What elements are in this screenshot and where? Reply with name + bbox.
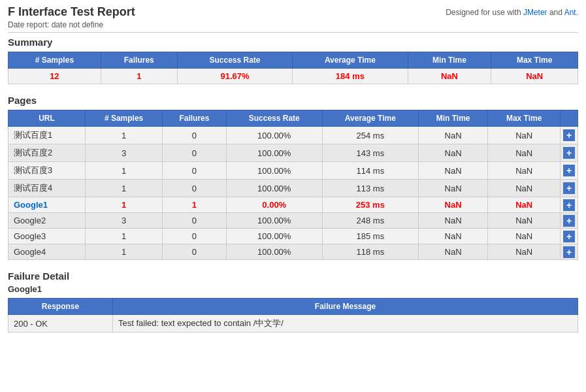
expand-button[interactable]: + <box>563 129 575 141</box>
pages-col-min-time: Min Time <box>418 110 487 127</box>
report-subtitle: Date report: date not define <box>8 20 135 29</box>
row-failures: 0 <box>163 213 227 229</box>
expand-cell[interactable]: + <box>561 127 578 144</box>
row-failures: 0 <box>163 180 227 197</box>
col-min-time: Min Time <box>408 52 491 69</box>
failure-header-row: Response Failure Message <box>8 299 578 315</box>
designed-for-text: Designed for use with JMeter and Ant. <box>446 8 578 17</box>
pages-col-max-time: Max Time <box>488 110 561 127</box>
pages-col-success-rate: Success Rate <box>226 110 322 127</box>
row-max-time: NaN <box>488 197 561 213</box>
expand-cell[interactable]: + <box>561 162 578 180</box>
failure-response: 200 - OK <box>8 315 113 333</box>
row-min-time: NaN <box>418 144 487 162</box>
row-min-time: NaN <box>418 229 487 244</box>
row-avg-time: 248 ms <box>322 213 418 229</box>
expand-cell[interactable]: + <box>561 197 578 213</box>
row-min-time: NaN <box>418 244 487 260</box>
row-avg-time: 185 ms <box>322 229 418 244</box>
row-success-rate: 0.00% <box>226 197 322 213</box>
row-url: 测试百度2 <box>8 144 86 162</box>
designed-for-label: Designed for use with <box>446 8 523 17</box>
failure-col-message: Failure Message <box>113 299 578 315</box>
expand-button[interactable]: + <box>563 147 575 159</box>
summary-success-rate: 91.67% <box>177 69 292 84</box>
row-avg-time: 254 ms <box>322 127 418 144</box>
table-row: 测试百度230100.00%143 msNaNNaN+ <box>8 144 578 162</box>
row-failures: 0 <box>163 162 227 180</box>
row-samples: 1 <box>85 127 162 144</box>
row-success-rate: 100.00% <box>226 213 322 229</box>
row-url: 测试百度1 <box>8 127 86 144</box>
summary-failures: 1 <box>101 69 177 84</box>
col-success-rate: Success Rate <box>177 52 292 69</box>
pages-col-action <box>561 110 578 127</box>
row-min-time: NaN <box>418 180 487 197</box>
summary-header-row: # Samples Failures Success Rate Average … <box>8 52 578 69</box>
and-label: and <box>547 8 564 17</box>
ant-link[interactable]: Ant <box>564 8 576 17</box>
pages-col-samples: # Samples <box>85 110 162 127</box>
page-title: F Interface Test Report <box>8 5 135 19</box>
summary-max-time: NaN <box>491 69 578 84</box>
row-url: 测试百度4 <box>8 180 86 197</box>
url-link[interactable]: Google1 <box>14 200 48 210</box>
row-url: Google2 <box>8 213 86 229</box>
failure-detail-title: Failure Detail <box>8 270 578 282</box>
row-max-time: NaN <box>488 162 561 180</box>
row-url: Google4 <box>8 244 86 260</box>
row-url[interactable]: Google1 <box>8 197 86 213</box>
expand-cell[interactable]: + <box>561 244 578 260</box>
failure-col-response: Response <box>8 299 113 315</box>
expand-cell[interactable]: + <box>561 180 578 197</box>
row-avg-time: 113 ms <box>322 180 418 197</box>
summary-samples: 12 <box>8 69 101 84</box>
row-success-rate: 100.00% <box>226 180 322 197</box>
expand-button[interactable]: + <box>563 246 575 258</box>
pages-table: URL # Samples Failures Success Rate Aver… <box>8 110 578 260</box>
expand-cell[interactable]: + <box>561 144 578 162</box>
summary-title: Summary <box>8 37 578 48</box>
expand-button[interactable]: + <box>563 215 575 227</box>
expand-button[interactable]: + <box>563 199 575 211</box>
table-row: 测试百度110100.00%254 msNaNNaN+ <box>8 127 578 144</box>
row-min-time: NaN <box>418 127 487 144</box>
row-samples: 1 <box>85 162 162 180</box>
row-min-time: NaN <box>418 162 487 180</box>
pages-col-url: URL <box>8 110 86 127</box>
row-avg-time: 253 ms <box>322 197 418 213</box>
row-min-time: NaN <box>418 197 487 213</box>
page-header: F Interface Test Report Date report: dat… <box>8 5 578 33</box>
col-samples: # Samples <box>8 52 101 69</box>
expand-button[interactable]: + <box>563 165 575 176</box>
row-samples: 3 <box>85 213 162 229</box>
row-max-time: NaN <box>488 213 561 229</box>
row-samples: 1 <box>85 180 162 197</box>
table-row: Google230100.00%248 msNaNNaN+ <box>8 213 578 229</box>
pages-header-row: URL # Samples Failures Success Rate Aver… <box>8 110 578 127</box>
row-success-rate: 100.00% <box>226 229 322 244</box>
expand-cell[interactable]: + <box>561 229 578 244</box>
failure-table: Response Failure Message 200 - OKTest fa… <box>8 298 578 333</box>
title-block: F Interface Test Report Date report: dat… <box>8 5 135 29</box>
row-max-time: NaN <box>488 127 561 144</box>
table-row: Google310100.00%185 msNaNNaN+ <box>8 229 578 244</box>
row-max-time: NaN <box>488 229 561 244</box>
jmeter-link[interactable]: JMeter <box>523 8 547 17</box>
col-failures: Failures <box>101 52 177 69</box>
row-failures: 0 <box>163 144 227 162</box>
table-row: Google1110.00%253 msNaNNaN+ <box>8 197 578 213</box>
expand-button[interactable]: + <box>563 182 575 194</box>
row-max-time: NaN <box>488 180 561 197</box>
failure-detail-section: Failure Detail Google1 Response Failure … <box>8 270 578 333</box>
summary-avg-time: 184 ms <box>293 69 408 84</box>
row-failures: 0 <box>163 229 227 244</box>
failure-message: Test failed: text expected to contain /中… <box>113 315 578 333</box>
expand-cell[interactable]: + <box>561 213 578 229</box>
pages-title: Pages <box>8 95 578 106</box>
table-row: 200 - OKTest failed: text expected to co… <box>8 315 578 333</box>
summary-table: # Samples Failures Success Rate Average … <box>8 52 578 84</box>
pages-col-avg-time: Average Time <box>322 110 418 127</box>
expand-button[interactable]: + <box>563 231 575 242</box>
row-failures: 0 <box>163 127 227 144</box>
